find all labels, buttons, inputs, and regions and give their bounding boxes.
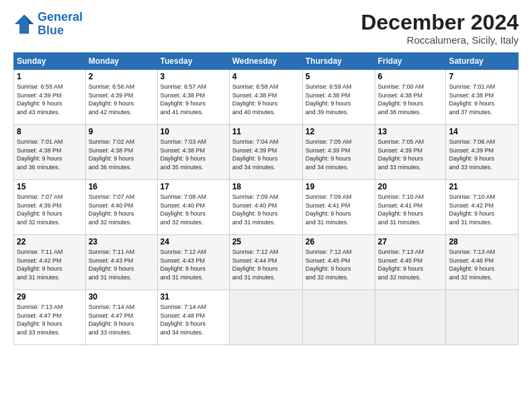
sunrise: Sunrise: 7:10 AM [378, 193, 443, 201]
calendar-cell: 2Sunrise: 6:56 AMSunset: 4:39 PMDaylight… [85, 70, 157, 125]
daylight-minutes: and 33 minutes. [449, 163, 515, 172]
calendar-week-5: 29Sunrise: 7:13 AMSunset: 4:47 PMDayligh… [14, 290, 519, 345]
calendar-cell: 5Sunrise: 6:59 AMSunset: 4:38 PMDaylight… [302, 70, 375, 125]
sunset: Sunset: 4:46 PM [449, 257, 515, 265]
daylight-minutes: and 32 minutes. [89, 218, 154, 227]
daylight: Daylight: 9 hours [232, 154, 300, 163]
day-number: 14 [449, 127, 515, 136]
day-number: 24 [161, 237, 226, 246]
daylight: Daylight: 9 hours [232, 265, 300, 273]
day-number: 12 [306, 127, 372, 136]
sunset: Sunset: 4:41 PM [306, 201, 372, 210]
calendar-cell: 25Sunrise: 7:12 AMSunset: 4:44 PMDayligh… [229, 235, 302, 290]
calendar-cell: 15Sunrise: 7:07 AMSunset: 4:39 PMDayligh… [14, 180, 86, 235]
sunset: Sunset: 4:41 PM [378, 201, 443, 210]
sunrise: Sunrise: 6:58 AM [232, 83, 300, 91]
day-number: 22 [17, 237, 83, 246]
daylight-minutes: and 33 minutes. [17, 328, 83, 337]
cell-info: Sunrise: 7:06 AMSunset: 4:39 PMDaylight:… [449, 138, 515, 171]
daylight: Daylight: 9 hours [89, 99, 154, 108]
daylight: Daylight: 9 hours [449, 99, 515, 108]
cell-info: Sunrise: 7:13 AMSunset: 4:45 PMDaylight:… [378, 248, 443, 281]
calendar-cell: 18Sunrise: 7:09 AMSunset: 4:40 PMDayligh… [229, 180, 302, 235]
daylight-minutes: and 34 minutes. [232, 163, 300, 172]
sunrise: Sunrise: 7:09 AM [306, 193, 372, 201]
daylight-minutes: and 32 minutes. [17, 218, 83, 227]
cell-info: Sunrise: 7:11 AMSunset: 4:43 PMDaylight:… [89, 248, 154, 281]
day-number: 6 [378, 72, 443, 81]
sunset: Sunset: 4:48 PM [161, 312, 226, 320]
day-number: 1 [17, 72, 83, 81]
sunset: Sunset: 4:40 PM [89, 201, 154, 210]
daylight-minutes: and 36 minutes. [89, 163, 154, 172]
calendar-cell: 4Sunrise: 6:58 AMSunset: 4:38 PMDaylight… [229, 70, 302, 125]
calendar-cell: 28Sunrise: 7:13 AMSunset: 4:46 PMDayligh… [446, 235, 519, 290]
cell-info: Sunrise: 7:04 AMSunset: 4:39 PMDaylight:… [232, 138, 300, 171]
day-header-wednesday: Wednesday [229, 53, 302, 70]
sunset: Sunset: 4:39 PM [17, 91, 83, 100]
page: General Blue December 2024 Roccalumera, … [0, 0, 532, 411]
day-number: 10 [161, 127, 226, 136]
sunset: Sunset: 4:42 PM [17, 257, 83, 265]
cell-info: Sunrise: 7:14 AMSunset: 4:47 PMDaylight:… [89, 303, 154, 336]
cell-info: Sunrise: 7:12 AMSunset: 4:43 PMDaylight:… [161, 248, 226, 281]
sunset: Sunset: 4:38 PM [89, 146, 154, 155]
calendar-cell [229, 290, 302, 345]
daylight-minutes: and 38 minutes. [378, 108, 443, 117]
day-number: 26 [306, 237, 372, 246]
logo-text: General Blue [38, 11, 83, 38]
daylight-minutes: and 39 minutes. [306, 108, 372, 117]
sunset: Sunset: 4:38 PM [161, 91, 226, 100]
sunrise: Sunrise: 7:12 AM [161, 248, 226, 257]
calendar-cell: 9Sunrise: 7:02 AMSunset: 4:38 PMDaylight… [85, 125, 157, 180]
daylight-minutes: and 40 minutes. [232, 108, 300, 117]
sunset: Sunset: 4:45 PM [378, 257, 443, 265]
sunrise: Sunrise: 7:14 AM [89, 303, 154, 312]
calendar-cell [446, 290, 519, 345]
day-number: 30 [89, 292, 154, 302]
daylight: Daylight: 9 hours [306, 154, 372, 163]
sunrise: Sunrise: 6:57 AM [161, 83, 226, 91]
calendar-cell: 3Sunrise: 6:57 AMSunset: 4:38 PMDaylight… [157, 70, 229, 125]
calendar-cell: 10Sunrise: 7:03 AMSunset: 4:38 PMDayligh… [157, 125, 229, 180]
daylight: Daylight: 9 hours [306, 265, 372, 273]
sunset: Sunset: 4:43 PM [89, 257, 154, 265]
calendar-cell: 21Sunrise: 7:10 AMSunset: 4:42 PMDayligh… [446, 180, 519, 235]
day-number: 29 [17, 292, 83, 302]
cell-info: Sunrise: 7:01 AMSunset: 4:38 PMDaylight:… [449, 83, 515, 116]
daylight-minutes: and 32 minutes. [378, 273, 443, 282]
logo-line1: General [38, 10, 83, 24]
daylight: Daylight: 9 hours [306, 210, 372, 218]
daylight: Daylight: 9 hours [378, 265, 443, 273]
cell-info: Sunrise: 7:10 AMSunset: 4:41 PMDaylight:… [378, 193, 443, 226]
daylight-minutes: and 31 minutes. [306, 218, 372, 227]
calendar-cell [375, 290, 446, 345]
daylight-minutes: and 31 minutes. [232, 218, 300, 227]
sunset: Sunset: 4:38 PM [378, 91, 443, 100]
daylight: Daylight: 9 hours [232, 210, 300, 218]
sunrise: Sunrise: 7:12 AM [232, 248, 300, 257]
daylight: Daylight: 9 hours [89, 210, 154, 218]
calendar-cell [302, 290, 375, 345]
sunrise: Sunrise: 7:05 AM [378, 138, 443, 146]
sunrise: Sunrise: 6:56 AM [89, 83, 154, 91]
sunrise: Sunrise: 7:06 AM [449, 138, 515, 146]
calendar-week-3: 15Sunrise: 7:07 AMSunset: 4:39 PMDayligh… [14, 180, 519, 235]
calendar-cell: 30Sunrise: 7:14 AMSunset: 4:47 PMDayligh… [85, 290, 157, 345]
sunset: Sunset: 4:38 PM [17, 146, 83, 155]
cell-info: Sunrise: 7:10 AMSunset: 4:42 PMDaylight:… [449, 193, 515, 226]
sunrise: Sunrise: 7:02 AM [89, 138, 154, 146]
daylight: Daylight: 9 hours [449, 210, 515, 218]
day-number: 2 [89, 72, 154, 81]
calendar-cell: 26Sunrise: 7:12 AMSunset: 4:45 PMDayligh… [302, 235, 375, 290]
calendar-cell: 16Sunrise: 7:07 AMSunset: 4:40 PMDayligh… [85, 180, 157, 235]
daylight: Daylight: 9 hours [449, 265, 515, 273]
sunset: Sunset: 4:47 PM [89, 312, 154, 320]
cell-info: Sunrise: 6:55 AMSunset: 4:39 PMDaylight:… [17, 83, 83, 116]
daylight: Daylight: 9 hours [378, 99, 443, 108]
sunset: Sunset: 4:39 PM [89, 91, 154, 100]
sunrise: Sunrise: 7:00 AM [378, 83, 443, 91]
calendar-cell: 29Sunrise: 7:13 AMSunset: 4:47 PMDayligh… [14, 290, 86, 345]
sunrise: Sunrise: 7:13 AM [17, 303, 83, 312]
sunset: Sunset: 4:45 PM [306, 257, 372, 265]
